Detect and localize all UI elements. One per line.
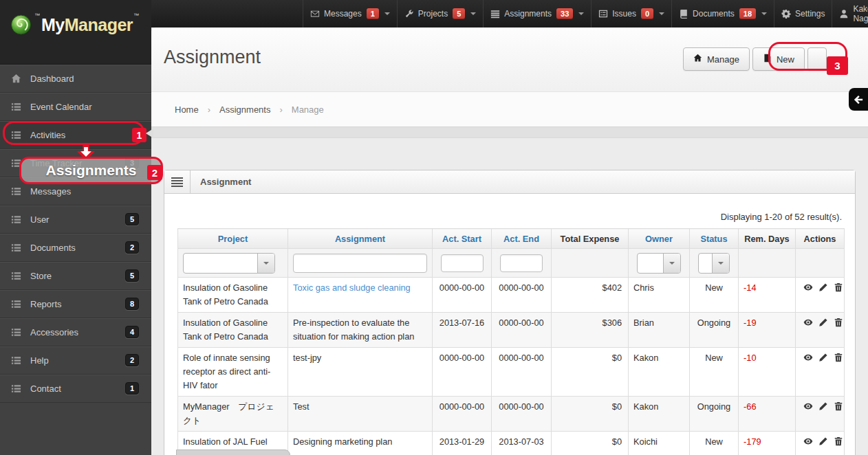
- filter-select[interactable]: [637, 253, 681, 274]
- trash-icon[interactable]: [834, 436, 843, 446]
- sidebar-item-label: Documents: [30, 243, 76, 253]
- cell-project: MyManager プロジェクト: [178, 397, 288, 432]
- sidebar-item-user[interactable]: User 5: [0, 206, 151, 234]
- cell-actions: [796, 313, 845, 348]
- breadcrumb-separator-icon: ›: [208, 104, 210, 115]
- top-nav-item-issues[interactable]: Issues 0: [592, 0, 672, 27]
- panel-menu-button[interactable]: [164, 170, 191, 193]
- chevron-down-icon[interactable]: [470, 12, 476, 18]
- home-icon: [11, 74, 21, 84]
- table-row: Insulation of Gasoline Tank of Petro Can…: [178, 278, 845, 313]
- sidebar-item-help[interactable]: Help 2: [0, 346, 151, 375]
- top-nav-item-documents[interactable]: Documents 18: [672, 0, 774, 27]
- sidebar-item-badge: 8: [125, 298, 139, 310]
- cell-owner: Kakon: [629, 348, 690, 397]
- pencil-icon[interactable]: [818, 353, 828, 362]
- top-nav-item-projects[interactable]: Projects 5: [398, 0, 484, 27]
- table-header-row: ProjectAssignmentAct. StartAct. EndTotal…: [178, 229, 845, 249]
- home-icon: [693, 54, 702, 65]
- snail-logo-icon: [9, 12, 34, 37]
- eye-icon[interactable]: [803, 436, 813, 446]
- breadcrumb-home[interactable]: Home: [175, 104, 199, 115]
- column-header-status[interactable]: Status: [690, 229, 739, 249]
- dropdown-arrow-icon[interactable]: [712, 254, 729, 273]
- nav-item-badge: 1: [367, 8, 379, 19]
- column-header-total-expense: Total Expense: [552, 229, 629, 249]
- chevron-down-icon[interactable]: [659, 12, 664, 18]
- sidebar-item-label: Help: [30, 355, 49, 366]
- filter-input[interactable]: [441, 254, 484, 272]
- trash-icon[interactable]: [834, 353, 843, 362]
- column-header-owner[interactable]: Owner: [629, 229, 690, 249]
- filter-cell: [552, 249, 629, 278]
- nav-item-label: Assignments: [504, 9, 552, 19]
- sidebar-item-contact[interactable]: Contact 1: [0, 375, 151, 403]
- column-header-act-end[interactable]: Act. End: [492, 229, 552, 249]
- filter-input[interactable]: [500, 254, 543, 272]
- sidebar-item-dashboard[interactable]: Dashboard: [0, 65, 151, 93]
- filter-select[interactable]: [183, 253, 275, 274]
- cell-assignment: Pre-inspection to evaluate the situation…: [288, 313, 433, 348]
- sidebar-item-event-calendar[interactable]: Event Calendar: [0, 93, 151, 121]
- trash-icon[interactable]: [834, 318, 843, 327]
- manage-button[interactable]: Manage: [683, 47, 750, 71]
- filter-select[interactable]: [698, 253, 730, 274]
- cell-assignment: test-jpy: [288, 348, 433, 397]
- column-header-act-start[interactable]: Act. Start: [433, 229, 492, 249]
- column-header-assignment[interactable]: Assignment: [288, 229, 433, 249]
- sidebar-item-accessories[interactable]: Accessories 4: [0, 318, 151, 346]
- pencil-icon[interactable]: [818, 401, 828, 411]
- dropdown-arrow-icon[interactable]: [663, 254, 680, 273]
- sidebar-header: ™ MyManager ™: [0, 0, 151, 65]
- sidebar-item-documents[interactable]: Documents 2: [0, 234, 151, 262]
- cell-project: Role of innate sensing receptor as direc…: [178, 348, 288, 397]
- results-summary: Displaying 1-20 of 52 result(s).: [177, 212, 842, 222]
- top-nav-item-messages[interactable]: Messages 1: [303, 0, 398, 27]
- eye-icon[interactable]: [803, 282, 813, 292]
- eye-icon[interactable]: [803, 401, 813, 411]
- filter-cell: [739, 249, 796, 278]
- sidebar-menu: Dashboard Event Calendar Activities Time…: [0, 65, 151, 403]
- top-nav-menu: Messages 1 Projects 5 Assignments 33 Iss…: [303, 0, 868, 27]
- chevron-down-icon[interactable]: [578, 12, 584, 18]
- assignment-link[interactable]: Toxic gas and sludge cleaning: [293, 282, 411, 293]
- cell-total-expense: $0: [552, 348, 629, 397]
- eye-icon[interactable]: [803, 353, 813, 362]
- trash-icon[interactable]: [834, 401, 843, 411]
- top-nav-item-assignments[interactable]: Assignments 33: [484, 0, 592, 27]
- table-row: Insulation of Gasoline Tank of Petro Can…: [178, 313, 845, 348]
- nav-item-badge: 0: [641, 8, 653, 19]
- cell-total-expense: $306: [552, 313, 629, 348]
- cell-actions: [796, 278, 845, 313]
- cell-status: New: [690, 432, 739, 455]
- pencil-icon[interactable]: [818, 282, 828, 292]
- envelope-icon: [310, 9, 320, 19]
- collapse-panel-tab[interactable]: [849, 88, 868, 111]
- list-icon: [11, 186, 21, 197]
- column-header-project[interactable]: Project: [178, 229, 288, 249]
- sidebar-item-label: Reports: [30, 299, 62, 309]
- top-nav-item-settings[interactable]: Settings: [774, 0, 832, 27]
- nav-item-badge: 18: [739, 8, 756, 19]
- assignment-panel: Assignment Displaying 1-20 of 52 result(…: [164, 170, 856, 455]
- chevron-down-icon[interactable]: [761, 12, 767, 18]
- main-content: Assignment Manage New Home›Assignments›M…: [151, 27, 868, 455]
- dropdown-arrow-icon[interactable]: [257, 254, 274, 273]
- cell-act-start: 2013-01-29: [433, 432, 492, 455]
- pencil-icon[interactable]: [818, 436, 828, 446]
- wrench-icon: [404, 9, 414, 19]
- top-nav-item-kakon-nag[interactable]: Kakon Nag: [832, 0, 868, 27]
- list-icon: [11, 271, 21, 281]
- pencil-icon[interactable]: [818, 318, 828, 327]
- sidebar-item-badge: 2: [125, 354, 139, 366]
- sidebar-item-store[interactable]: Store 5: [0, 262, 151, 290]
- app-logo[interactable]: ™ MyManager ™: [9, 12, 140, 37]
- filter-input[interactable]: [293, 254, 427, 273]
- sidebar-item-label: Store: [30, 271, 52, 281]
- eye-icon[interactable]: [803, 318, 813, 327]
- logo-text: MyManager: [41, 12, 133, 37]
- breadcrumb-assignments[interactable]: Assignments: [219, 104, 270, 115]
- sidebar-item-reports[interactable]: Reports 8: [0, 290, 151, 318]
- trash-icon[interactable]: [834, 282, 843, 292]
- chevron-down-icon[interactable]: [384, 12, 390, 18]
